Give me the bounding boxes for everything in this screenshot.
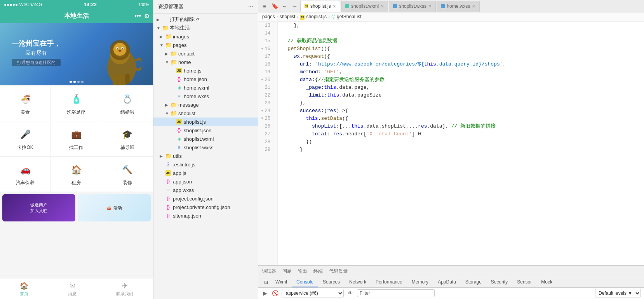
jiehun-icon: 💍 (120, 92, 135, 107)
console-top-tab-terminal[interactable]: 终端 (313, 267, 323, 275)
grid-item-tutoring[interactable]: 🎓 辅导班 (102, 121, 153, 157)
tab-close-shoplist-wxss[interactable]: × (428, 3, 432, 9)
code-line-29: } (282, 146, 644, 154)
forward-btn[interactable]: → (290, 2, 299, 11)
app-js-icon: JS (165, 170, 171, 176)
tree-home-wxml[interactable]: ◈ home.wxml (153, 83, 258, 92)
breadcrumb-shoplist[interactable]: shoplist (280, 14, 296, 19)
breadcrumb-getshoplist[interactable]: getShopList (337, 14, 361, 19)
banner-dot-4 (81, 81, 84, 83)
tree-shoplist-json[interactable]: {} shoplist.json (153, 126, 258, 135)
nav-item-home[interactable]: 🏠 首页 (20, 282, 28, 297)
tab-close-shoplist-js[interactable]: × (333, 3, 336, 9)
tree-message[interactable]: ▶ 📁 message (153, 100, 258, 109)
xiyuzu-icon: 🧴 (68, 92, 84, 107)
tree-shoplist-wxss[interactable]: ≡ shoplist.wxss (153, 143, 258, 152)
camera-icon[interactable]: ⊙ (144, 12, 149, 20)
nav-item-contact[interactable]: ✈ 联系我们 (116, 282, 133, 297)
pages-label: pages (173, 42, 186, 48)
service-select[interactable]: appservice (#6) (282, 289, 344, 297)
tree-contact[interactable]: ▶ 📁 contact (153, 49, 258, 58)
code-area[interactable]: }, // 获取商品信息数据 getShopList(){ wx.request… (278, 22, 644, 266)
tree-home-json[interactable]: {} home.json (153, 75, 258, 83)
code-line-13: }, (282, 22, 644, 29)
tree-eslint[interactable]: E .eslintrc.js (153, 160, 258, 169)
tree-shoplist-folder[interactable]: ▼ 📁 shoplist (153, 109, 258, 118)
tree-home-wxss[interactable]: ≡ home.wxss (153, 92, 258, 100)
devtools-tab-storage[interactable]: Storage (461, 277, 486, 287)
shoplist-folder-arrow: ▼ (165, 111, 171, 116)
tab-shoplist-wxml[interactable]: shoplist.wxml × (341, 1, 388, 12)
home-folder-arrow: ▼ (165, 60, 171, 64)
tree-project-root[interactable]: ▼ 📁 本地生活 (153, 24, 258, 32)
tree-app-js[interactable]: JS app.js (153, 169, 258, 177)
breadcrumb-pages[interactable]: pages (262, 14, 275, 19)
tree-utils[interactable]: ▶ 📁 utils (153, 152, 258, 160)
devtools-block-btn[interactable]: 🚫 (272, 290, 278, 297)
tree-app-wxss[interactable]: ≡ app.wxss (153, 186, 258, 194)
devtools-tab-network[interactable]: Network (345, 277, 371, 287)
console-top-tab-quality[interactable]: 代码质量 (329, 267, 348, 275)
console-levels-select[interactable]: Default levels ▼ (595, 289, 641, 297)
utils-arrow: ▶ (160, 154, 165, 158)
back-btn[interactable]: ← (280, 2, 289, 11)
phone-title-actions[interactable]: ••• ⊙ (134, 12, 149, 20)
grid-item-job[interactable]: 💼 找工作 (51, 121, 102, 157)
devtools-eye-btn[interactable]: 👁 (347, 290, 354, 297)
grid-item-jiehun[interactable]: 💍 结婚啦 (102, 86, 153, 121)
grid-item-rent[interactable]: 🏠 租房 (51, 157, 102, 192)
grid-item-decoration[interactable]: 🔨 装修 (102, 157, 153, 192)
devtools-tab-console[interactable]: Console (292, 277, 318, 287)
breadcrumb-shoplist-js[interactable]: shoplist.js (306, 14, 327, 19)
mini-banner-2[interactable]: 🎪 活动 (78, 194, 151, 221)
tree-project-config[interactable]: {} project.config.json (153, 194, 258, 203)
tab-home-wxss-icon (441, 4, 445, 8)
tree-home-folder[interactable]: ▼ 📁 home (153, 58, 258, 66)
devtools-tab-wxml[interactable]: Wxml (271, 277, 292, 287)
tree-home-js[interactable]: JS home.js (153, 66, 258, 75)
tree-images[interactable]: ▶ 📁 images (153, 32, 258, 41)
tab-shoplist-js[interactable]: JS shoplist.js × (300, 1, 340, 12)
console-top-tab-issues[interactable]: 问题 (282, 267, 292, 275)
tree-sitemap[interactable]: {} sitemap.json (153, 211, 258, 220)
tree-pages[interactable]: ▼ 📁 pages (153, 41, 258, 49)
devtools-cursor-btn[interactable]: ⊡ (261, 278, 271, 287)
tab-shoplist-wxss[interactable]: shoplist.wxss × (389, 1, 436, 12)
devtools-tab-security[interactable]: Security (486, 277, 512, 287)
bookmark-btn[interactable]: 🔖 (270, 2, 279, 11)
breadcrumb-sep-1: › (277, 14, 278, 19)
grid-item-karaoke[interactable]: 🎤 卡拉OK (0, 121, 51, 157)
grid-item-car[interactable]: 🚗 汽车保养 (0, 157, 51, 192)
grid-item-xiyuzu[interactable]: 🧴 洗浴足疗 (51, 86, 102, 121)
app-js-label: app.js (173, 170, 186, 176)
tab-close-home-wxss[interactable]: × (472, 3, 475, 9)
devtools-play-btn[interactable]: ▶ (261, 290, 268, 297)
tree-app-json[interactable]: {} app.json (153, 177, 258, 186)
console-top-tab-output[interactable]: 输出 (298, 267, 307, 275)
devtools-tab-sensor[interactable]: Sensor (512, 277, 536, 287)
console-top-tab-debugger[interactable]: 调试器 (262, 267, 276, 275)
tab-close-shoplist-wxml[interactable]: × (381, 3, 384, 9)
breadcrumb-sep-3: › (328, 14, 330, 19)
pages-icon: 📁 (165, 42, 171, 48)
devtools-tab-memory[interactable]: Memory (407, 277, 433, 287)
karaoke-icon: 🎤 (17, 127, 33, 142)
devtools-tab-appdata[interactable]: AppData (433, 277, 461, 287)
home-wxss-label: home.wxss (184, 93, 209, 99)
console-filter-input[interactable] (357, 289, 435, 297)
grid-item-meishi[interactable]: 🍜 美食 (0, 86, 51, 121)
tree-project-private[interactable]: {} project.private.config.json (153, 203, 258, 211)
tree-open-editors[interactable]: ▶ 打开的编辑器 (153, 15, 258, 24)
file-explorer-actions[interactable]: ··· (248, 3, 253, 10)
more-icon[interactable]: ••• (134, 12, 141, 20)
hamburger-btn[interactable]: ≡ (260, 2, 269, 11)
devtools-tab-sources[interactable]: Sources (318, 277, 345, 287)
banner-line3: 打通您与身边社区的 (12, 59, 61, 66)
mini-banner-1[interactable]: 诚邀商户加入入驻 (2, 194, 75, 221)
devtools-tab-mock[interactable]: Mock (536, 277, 557, 287)
devtools-tab-performance[interactable]: Performance (371, 277, 407, 287)
tab-home-wxss[interactable]: home.wxss × (437, 1, 479, 12)
tree-shoplist-js[interactable]: JS shoplist.js (153, 118, 258, 126)
nav-item-message[interactable]: ✉ 消息 (68, 282, 77, 297)
tree-shoplist-wxml[interactable]: ◈ shoplist.wxml (153, 135, 258, 143)
